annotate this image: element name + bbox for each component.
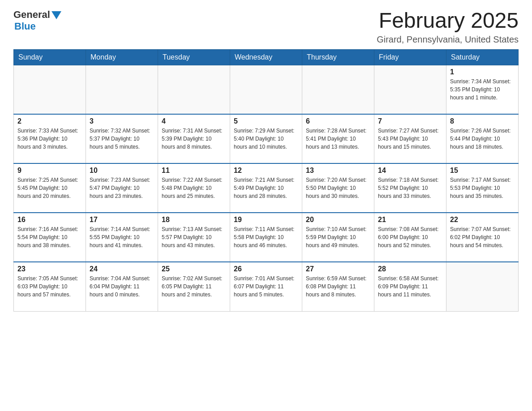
calendar-week-row: 2Sunrise: 7:33 AM Sunset: 5:36 PM Daylig… <box>14 114 519 163</box>
day-info: Sunrise: 7:21 AM Sunset: 5:49 PM Dayligh… <box>234 176 298 200</box>
day-number: 17 <box>90 216 154 224</box>
day-number: 21 <box>378 216 442 224</box>
header-wednesday: Wednesday <box>230 49 302 65</box>
day-number: 25 <box>162 265 226 273</box>
table-row <box>374 65 446 114</box>
day-number: 13 <box>306 167 370 175</box>
day-number: 19 <box>234 216 298 224</box>
day-info: Sunrise: 7:02 AM Sunset: 6:05 PM Dayligh… <box>162 274 226 299</box>
header-friday: Friday <box>374 49 446 65</box>
day-number: 20 <box>306 216 370 224</box>
day-number: 23 <box>17 265 82 273</box>
day-number: 3 <box>90 117 154 125</box>
day-info: Sunrise: 7:27 AM Sunset: 5:43 PM Dayligh… <box>378 127 442 151</box>
day-number: 14 <box>378 167 442 175</box>
day-info: Sunrise: 7:22 AM Sunset: 5:48 PM Dayligh… <box>162 176 226 200</box>
table-row: 9Sunrise: 7:25 AM Sunset: 5:45 PM Daylig… <box>14 163 86 213</box>
day-info: Sunrise: 7:34 AM Sunset: 5:35 PM Dayligh… <box>450 77 515 102</box>
table-row: 19Sunrise: 7:11 AM Sunset: 5:58 PM Dayli… <box>230 213 302 262</box>
table-row: 8Sunrise: 7:26 AM Sunset: 5:44 PM Daylig… <box>446 114 519 163</box>
table-row: 27Sunrise: 6:59 AM Sunset: 6:08 PM Dayli… <box>302 262 374 311</box>
day-info: Sunrise: 7:33 AM Sunset: 5:36 PM Dayligh… <box>17 127 82 151</box>
day-info: Sunrise: 7:07 AM Sunset: 6:02 PM Dayligh… <box>450 225 515 249</box>
table-row <box>158 65 230 114</box>
calendar-header-row: Sunday Monday Tuesday Wednesday Thursday… <box>14 49 519 65</box>
day-number: 9 <box>17 167 82 175</box>
day-number: 16 <box>17 216 82 224</box>
table-row: 10Sunrise: 7:23 AM Sunset: 5:47 PM Dayli… <box>86 163 158 213</box>
table-row: 26Sunrise: 7:01 AM Sunset: 6:07 PM Dayli… <box>230 262 302 311</box>
day-number: 27 <box>306 265 370 273</box>
day-number: 15 <box>450 167 515 175</box>
svg-marker-0 <box>51 11 61 19</box>
table-row: 11Sunrise: 7:22 AM Sunset: 5:48 PM Dayli… <box>158 163 230 213</box>
calendar-week-row: 23Sunrise: 7:05 AM Sunset: 6:03 PM Dayli… <box>14 262 519 311</box>
day-info: Sunrise: 7:10 AM Sunset: 5:59 PM Dayligh… <box>306 225 370 249</box>
table-row: 28Sunrise: 6:58 AM Sunset: 6:09 PM Dayli… <box>374 262 446 311</box>
day-info: Sunrise: 7:26 AM Sunset: 5:44 PM Dayligh… <box>450 127 515 151</box>
day-number: 26 <box>234 265 298 273</box>
header-tuesday: Tuesday <box>158 49 230 65</box>
location-subtitle: Girard, Pennsylvania, United States <box>377 34 519 45</box>
table-row: 20Sunrise: 7:10 AM Sunset: 5:59 PM Dayli… <box>302 213 374 262</box>
page-title: February 2025 <box>377 9 519 33</box>
header-monday: Monday <box>86 49 158 65</box>
day-number: 6 <box>306 117 370 125</box>
day-info: Sunrise: 7:32 AM Sunset: 5:37 PM Dayligh… <box>90 127 154 151</box>
table-row: 16Sunrise: 7:16 AM Sunset: 5:54 PM Dayli… <box>14 213 86 262</box>
table-row: 15Sunrise: 7:17 AM Sunset: 5:53 PM Dayli… <box>446 163 519 213</box>
day-info: Sunrise: 7:16 AM Sunset: 5:54 PM Dayligh… <box>17 225 82 249</box>
calendar-week-row: 16Sunrise: 7:16 AM Sunset: 5:54 PM Dayli… <box>14 213 519 262</box>
header-sunday: Sunday <box>14 49 86 65</box>
day-info: Sunrise: 7:25 AM Sunset: 5:45 PM Dayligh… <box>17 176 82 200</box>
day-number: 2 <box>17 117 82 125</box>
day-number: 22 <box>450 216 515 224</box>
table-row: 13Sunrise: 7:20 AM Sunset: 5:50 PM Dayli… <box>302 163 374 213</box>
table-row: 7Sunrise: 7:27 AM Sunset: 5:43 PM Daylig… <box>374 114 446 163</box>
day-number: 4 <box>162 117 226 125</box>
title-section: February 2025 Girard, Pennsylvania, Unit… <box>377 9 519 45</box>
day-info: Sunrise: 7:14 AM Sunset: 5:55 PM Dayligh… <box>90 225 154 249</box>
table-row: 3Sunrise: 7:32 AM Sunset: 5:37 PM Daylig… <box>86 114 158 163</box>
day-number: 8 <box>450 117 515 125</box>
logo: General Blue <box>13 9 61 32</box>
header-saturday: Saturday <box>446 49 519 65</box>
day-number: 12 <box>234 167 298 175</box>
table-row: 17Sunrise: 7:14 AM Sunset: 5:55 PM Dayli… <box>86 213 158 262</box>
day-info: Sunrise: 7:01 AM Sunset: 6:07 PM Dayligh… <box>234 274 298 299</box>
header-thursday: Thursday <box>302 49 374 65</box>
table-row: 22Sunrise: 7:07 AM Sunset: 6:02 PM Dayli… <box>446 213 519 262</box>
day-info: Sunrise: 7:04 AM Sunset: 6:04 PM Dayligh… <box>90 274 154 299</box>
table-row: 12Sunrise: 7:21 AM Sunset: 5:49 PM Dayli… <box>230 163 302 213</box>
day-number: 18 <box>162 216 226 224</box>
day-info: Sunrise: 7:18 AM Sunset: 5:52 PM Dayligh… <box>378 176 442 200</box>
table-row <box>14 65 86 114</box>
day-info: Sunrise: 6:59 AM Sunset: 6:08 PM Dayligh… <box>306 274 370 299</box>
logo-arrow-icon <box>51 11 61 19</box>
table-row: 5Sunrise: 7:29 AM Sunset: 5:40 PM Daylig… <box>230 114 302 163</box>
table-row: 6Sunrise: 7:28 AM Sunset: 5:41 PM Daylig… <box>302 114 374 163</box>
table-row: 1Sunrise: 7:34 AM Sunset: 5:35 PM Daylig… <box>446 65 519 114</box>
day-number: 7 <box>378 117 442 125</box>
day-info: Sunrise: 7:20 AM Sunset: 5:50 PM Dayligh… <box>306 176 370 200</box>
day-number: 10 <box>90 167 154 175</box>
page-header: General Blue February 2025 Girard, Penns… <box>13 9 519 45</box>
logo-blue-text: Blue <box>14 21 36 32</box>
day-number: 5 <box>234 117 298 125</box>
day-info: Sunrise: 7:05 AM Sunset: 6:03 PM Dayligh… <box>17 274 82 299</box>
day-number: 1 <box>450 68 515 76</box>
table-row: 4Sunrise: 7:31 AM Sunset: 5:39 PM Daylig… <box>158 114 230 163</box>
table-row: 24Sunrise: 7:04 AM Sunset: 6:04 PM Dayli… <box>86 262 158 311</box>
table-row: 23Sunrise: 7:05 AM Sunset: 6:03 PM Dayli… <box>14 262 86 311</box>
calendar-table: Sunday Monday Tuesday Wednesday Thursday… <box>13 49 519 312</box>
day-info: Sunrise: 7:17 AM Sunset: 5:53 PM Dayligh… <box>450 176 515 200</box>
day-info: Sunrise: 7:13 AM Sunset: 5:57 PM Dayligh… <box>162 225 226 249</box>
table-row: 2Sunrise: 7:33 AM Sunset: 5:36 PM Daylig… <box>14 114 86 163</box>
table-row: 21Sunrise: 7:08 AM Sunset: 6:00 PM Dayli… <box>374 213 446 262</box>
table-row <box>446 262 519 311</box>
day-info: Sunrise: 7:23 AM Sunset: 5:47 PM Dayligh… <box>90 176 154 200</box>
day-info: Sunrise: 6:58 AM Sunset: 6:09 PM Dayligh… <box>378 274 442 299</box>
table-row <box>230 65 302 114</box>
table-row <box>302 65 374 114</box>
day-info: Sunrise: 7:31 AM Sunset: 5:39 PM Dayligh… <box>162 127 226 151</box>
